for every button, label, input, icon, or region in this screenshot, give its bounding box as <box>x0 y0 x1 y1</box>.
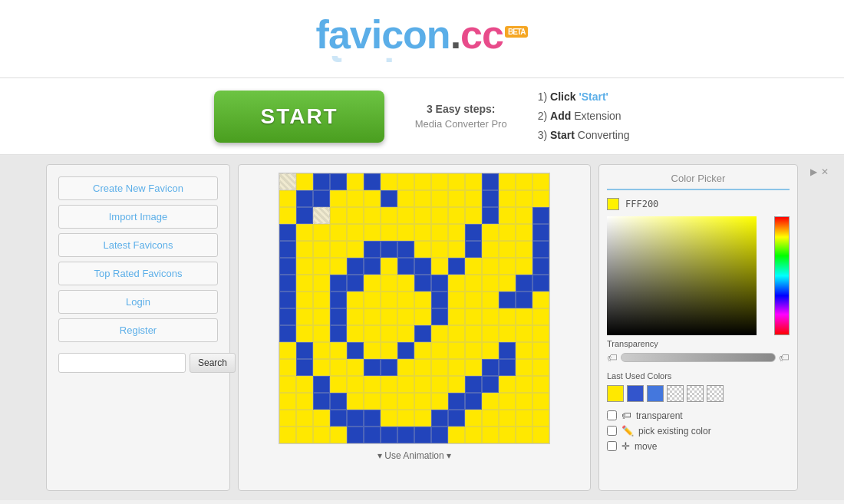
pixel[interactable] <box>313 241 330 258</box>
pixel[interactable] <box>397 258 414 275</box>
pixel[interactable] <box>532 241 549 258</box>
pixel[interactable] <box>431 190 448 207</box>
pixel[interactable] <box>381 173 397 190</box>
pixel[interactable] <box>330 359 347 376</box>
pixel[interactable] <box>532 258 549 275</box>
pixel[interactable] <box>532 207 549 224</box>
pixel[interactable] <box>397 393 414 410</box>
pixel[interactable] <box>516 292 532 308</box>
pixel[interactable] <box>313 427 330 443</box>
pixel[interactable] <box>414 292 431 308</box>
pixel[interactable] <box>347 393 364 410</box>
pixel[interactable] <box>431 410 448 427</box>
pixel[interactable] <box>448 342 465 359</box>
pixel[interactable] <box>465 275 482 292</box>
pixel[interactable] <box>414 359 431 376</box>
pixel[interactable] <box>313 342 330 359</box>
pixel[interactable] <box>499 275 516 292</box>
pixel[interactable] <box>516 308 532 325</box>
pixel[interactable] <box>296 410 313 427</box>
pixel[interactable] <box>330 393 347 410</box>
color-chip-3[interactable] <box>667 385 684 402</box>
pixel[interactable] <box>397 410 414 427</box>
search-input[interactable] <box>58 353 186 373</box>
pixel[interactable] <box>313 224 330 241</box>
pixel[interactable] <box>431 207 448 224</box>
pixel[interactable] <box>279 224 296 241</box>
pixel[interactable] <box>414 207 431 224</box>
pixel[interactable] <box>532 410 549 427</box>
pixel[interactable] <box>516 376 532 393</box>
pixel[interactable] <box>465 342 482 359</box>
pixel[interactable] <box>330 427 347 443</box>
pixel[interactable] <box>414 275 431 292</box>
pixel[interactable] <box>330 173 347 190</box>
pixel[interactable] <box>499 410 516 427</box>
pixel[interactable] <box>364 410 381 427</box>
login-button[interactable]: Login <box>58 290 218 314</box>
pixel[interactable] <box>448 292 465 308</box>
ad-close-button[interactable]: ▶ ✕ <box>810 166 829 177</box>
pixel[interactable] <box>465 376 482 393</box>
pixel[interactable] <box>499 190 516 207</box>
pixel[interactable] <box>499 292 516 308</box>
move-checkbox[interactable] <box>607 441 617 451</box>
top-rated-button[interactable]: Top Rated Favicons <box>58 262 218 285</box>
pixel[interactable] <box>279 275 296 292</box>
pixel[interactable] <box>397 427 414 443</box>
pixel[interactable] <box>347 275 364 292</box>
pixel[interactable] <box>296 224 313 241</box>
pixel[interactable] <box>313 190 330 207</box>
search-button[interactable]: Search <box>190 353 236 373</box>
pixel[interactable] <box>279 241 296 258</box>
pixel[interactable] <box>296 393 313 410</box>
pixel[interactable] <box>532 224 549 241</box>
pixel[interactable] <box>499 325 516 342</box>
pixel[interactable] <box>279 342 296 359</box>
pixel[interactable] <box>296 325 313 342</box>
pixel[interactable] <box>381 207 397 224</box>
pixel[interactable] <box>296 376 313 393</box>
pixel[interactable] <box>313 258 330 275</box>
pixel[interactable] <box>516 207 532 224</box>
pixel[interactable] <box>364 325 381 342</box>
pixel[interactable] <box>482 207 499 224</box>
pixel[interactable] <box>330 292 347 308</box>
pixel[interactable] <box>431 173 448 190</box>
pixel[interactable] <box>296 342 313 359</box>
pixel[interactable] <box>516 393 532 410</box>
pixel[interactable] <box>516 190 532 207</box>
pixel[interactable] <box>431 258 448 275</box>
pixel[interactable] <box>465 207 482 224</box>
pixel[interactable] <box>381 393 397 410</box>
pixel[interactable] <box>347 410 364 427</box>
color-chip-4[interactable] <box>687 385 704 402</box>
pixel[interactable] <box>330 308 347 325</box>
pixel[interactable] <box>347 224 364 241</box>
pixel[interactable] <box>364 207 381 224</box>
pixel[interactable] <box>414 376 431 393</box>
pixel[interactable] <box>313 325 330 342</box>
pixel[interactable] <box>465 410 482 427</box>
pixel[interactable] <box>313 359 330 376</box>
create-favicon-button[interactable]: Create New Favicon <box>58 176 218 200</box>
favicon-grid[interactable] <box>279 173 550 444</box>
pixel[interactable] <box>499 308 516 325</box>
pixel[interactable] <box>381 342 397 359</box>
pixel[interactable] <box>364 241 381 258</box>
pixel[interactable] <box>330 258 347 275</box>
pixel[interactable] <box>532 275 549 292</box>
pixel[interactable] <box>516 359 532 376</box>
pixel[interactable] <box>381 190 397 207</box>
pixel[interactable] <box>482 258 499 275</box>
pixel[interactable] <box>482 190 499 207</box>
pixel[interactable] <box>482 342 499 359</box>
pixel[interactable] <box>431 342 448 359</box>
pixel[interactable] <box>499 224 516 241</box>
pixel[interactable] <box>296 190 313 207</box>
pixel[interactable] <box>364 224 381 241</box>
pixel[interactable] <box>532 292 549 308</box>
pixel[interactable] <box>330 342 347 359</box>
pixel[interactable] <box>347 190 364 207</box>
pixel[interactable] <box>330 275 347 292</box>
